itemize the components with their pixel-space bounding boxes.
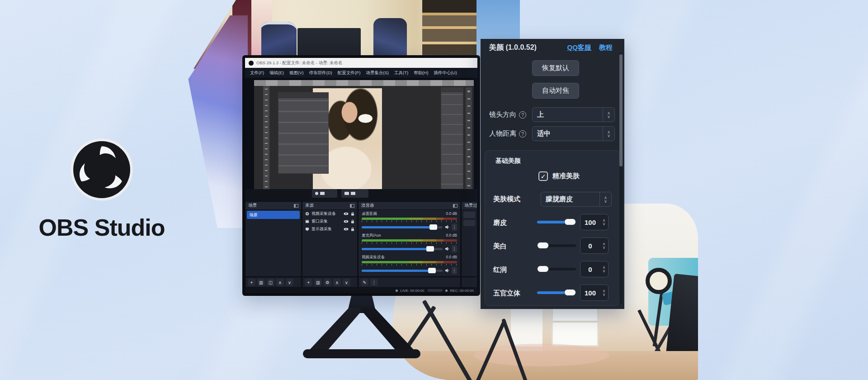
help-icon[interactable]: ? (519, 130, 526, 138)
select-spinner[interactable]: ∧ ∨ (599, 192, 611, 206)
remove-scene-button[interactable]: ▥ (257, 279, 265, 286)
scrollbar-thumb[interactable] (619, 54, 623, 166)
live-timer: LIVE: 00:00:00 (401, 289, 425, 293)
source-item[interactable]: 视频采集设备 (302, 210, 357, 218)
dock-popout-icon[interactable] (453, 204, 458, 208)
add-scene-button[interactable]: + (248, 279, 255, 286)
chevron-down-icon: ∨ (603, 222, 606, 226)
slider-label: 红润 (493, 266, 507, 274)
value-spinner[interactable]: ∧ ∨ (600, 261, 608, 277)
rosy-slider[interactable] (537, 268, 576, 271)
mixer-channel-label: 桌面音频 (362, 211, 377, 217)
eye-icon[interactable] (344, 212, 349, 215)
dock-popout-icon[interactable] (294, 204, 298, 208)
scene-filters-button[interactable]: ◫ (267, 279, 274, 286)
volume-slider[interactable] (362, 270, 443, 272)
speaker-icon[interactable] (445, 268, 449, 273)
face-3d-value-box[interactable]: 100 ∧ ∨ (580, 285, 609, 301)
select-spinner[interactable]: ∧ ∨ (603, 127, 614, 141)
speaker-icon[interactable] (445, 247, 449, 251)
eye-icon[interactable] (344, 220, 349, 223)
volume-slider[interactable] (362, 226, 443, 228)
lock-icon[interactable] (351, 219, 354, 223)
menu-scene-collection[interactable]: 场景集合(S) (363, 69, 391, 77)
menu-view[interactable]: 视图(V) (287, 69, 306, 77)
lock-icon[interactable] (351, 212, 354, 216)
panel-scrollbar[interactable] (619, 52, 623, 304)
slider-handle[interactable] (564, 289, 576, 296)
mixer-toolbar: ✎ ⋮ (358, 277, 461, 288)
volume-handle[interactable] (429, 224, 437, 230)
obs-preview-canvas[interactable] (245, 78, 477, 189)
slider-handle[interactable] (564, 218, 576, 225)
precise-skin-checkbox[interactable]: ✓ (538, 171, 548, 181)
preview-tab-2[interactable] (341, 189, 368, 198)
skin-mode-select[interactable]: 朦胧磨皮 ∧ ∨ (541, 192, 612, 207)
slider-handle[interactable] (537, 242, 549, 249)
autofocus-button[interactable]: 自动对焦 (532, 83, 579, 99)
source-properties-button[interactable]: ⚙ (324, 279, 331, 286)
smooth-skin-value-box[interactable]: 100 ∧ ∨ (580, 214, 609, 230)
volume-slider[interactable] (362, 248, 443, 250)
mixer-db-value: 0.0 dB (446, 233, 457, 238)
meter-ticks (362, 264, 457, 266)
obs-branding: OBS Studio (27, 138, 176, 241)
face-3d-slider[interactable] (537, 291, 576, 294)
value-spinner[interactable]: ∧ ∨ (600, 238, 608, 253)
smooth-skin-slider[interactable] (537, 221, 576, 223)
menu-profile[interactable]: 配置文件(P) (335, 69, 363, 77)
qq-support-link[interactable]: QQ客服 (567, 43, 591, 51)
rosy-value-box[interactable]: 0 ∧ ∨ (580, 261, 609, 277)
chevron-down-icon: ∨ (607, 134, 610, 138)
value-spinner[interactable]: ∧ ∨ (600, 285, 608, 300)
slider-handle[interactable] (537, 266, 549, 272)
source-item[interactable]: 窗口采集 (302, 218, 357, 225)
camera-direction-select[interactable]: 上 ∧ ∨ (532, 107, 615, 122)
person-distance-select[interactable]: 适中 ∧ ∨ (532, 126, 615, 141)
window-title: OBS 29.1.3 - 配置文件: 未命名 - 场景: 未命名 (256, 60, 343, 66)
channel-menu-button[interactable]: ⋮ (452, 245, 457, 252)
transition-select[interactable] (463, 212, 475, 218)
ps-toolbar (263, 86, 269, 189)
menu-file[interactable]: 文件(F) (248, 69, 266, 77)
move-source-down-button[interactable]: ∨ (343, 279, 350, 286)
mixer-db-value: 0.0 dB (446, 255, 457, 260)
scene-item-selected[interactable]: 场景 (247, 211, 300, 219)
move-scene-down-button[interactable]: ∨ (286, 279, 293, 286)
mixer-channel: 麦克风/Aux 0.0 dB ⋮ (359, 232, 460, 253)
channel-menu-button[interactable]: ⋮ (452, 223, 457, 231)
menu-docks[interactable]: 停靠部件(D) (307, 69, 334, 77)
speaker-icon[interactable] (445, 225, 449, 229)
volume-handle[interactable] (428, 268, 436, 273)
audio-meter (362, 261, 457, 263)
whitening-slider[interactable] (537, 244, 576, 247)
menu-help[interactable]: 帮助(H) (411, 69, 430, 77)
mixer-more-button[interactable]: ⋮ (370, 279, 378, 286)
transition-duration[interactable] (463, 220, 475, 226)
restore-defaults-button[interactable]: 恢复默认 (532, 60, 579, 76)
dock-popout-icon[interactable] (350, 204, 354, 208)
person-distance-label: 人物距离 ? (489, 129, 526, 138)
eye-icon[interactable] (344, 228, 349, 231)
audio-meter (362, 218, 457, 220)
select-spinner[interactable]: ∧ ∨ (603, 108, 614, 122)
whitening-value-box[interactable]: 0 ∧ ∨ (580, 238, 609, 254)
source-item[interactable]: 显示器采集 (302, 225, 357, 233)
value-spinner[interactable]: ∧ ∨ (600, 214, 608, 230)
add-source-button[interactable]: + (305, 279, 312, 286)
menu-plugin-center[interactable]: 插件中心(U) (431, 69, 459, 77)
move-source-up-button[interactable]: ∧ (333, 279, 341, 286)
menu-tools[interactable]: 工具(T) (392, 69, 410, 77)
remove-source-button[interactable]: ▥ (314, 279, 322, 286)
move-scene-up-button[interactable]: ∧ (276, 279, 284, 286)
lock-icon[interactable] (351, 227, 354, 231)
menu-edit[interactable]: 编辑(E) (267, 69, 286, 77)
slider-value: 100 (580, 218, 600, 226)
channel-menu-button[interactable]: ⋮ (452, 267, 457, 274)
preview-tab-1[interactable] (312, 189, 337, 198)
mixer-dock-header: 混音器 (359, 202, 460, 210)
tutorial-link[interactable]: 教程 (599, 43, 613, 51)
help-icon[interactable]: ? (519, 111, 526, 119)
mixer-paint-button[interactable]: ✎ (361, 279, 368, 286)
volume-handle[interactable] (426, 246, 434, 252)
